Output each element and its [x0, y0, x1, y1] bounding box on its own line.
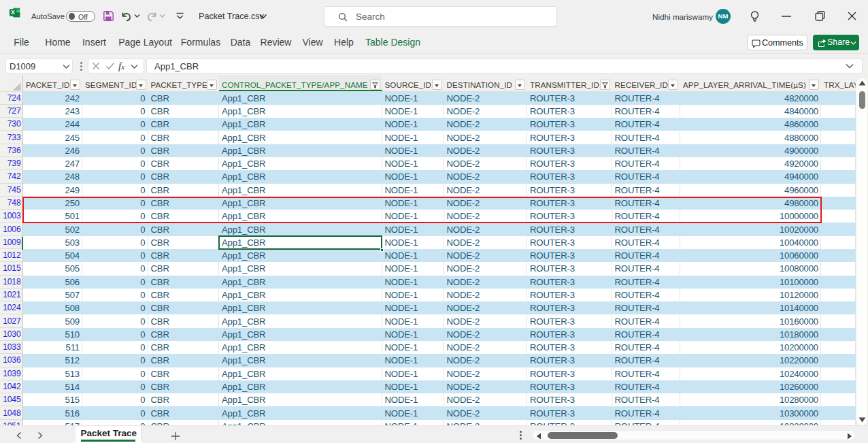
svg-text:X: X: [11, 9, 15, 16]
